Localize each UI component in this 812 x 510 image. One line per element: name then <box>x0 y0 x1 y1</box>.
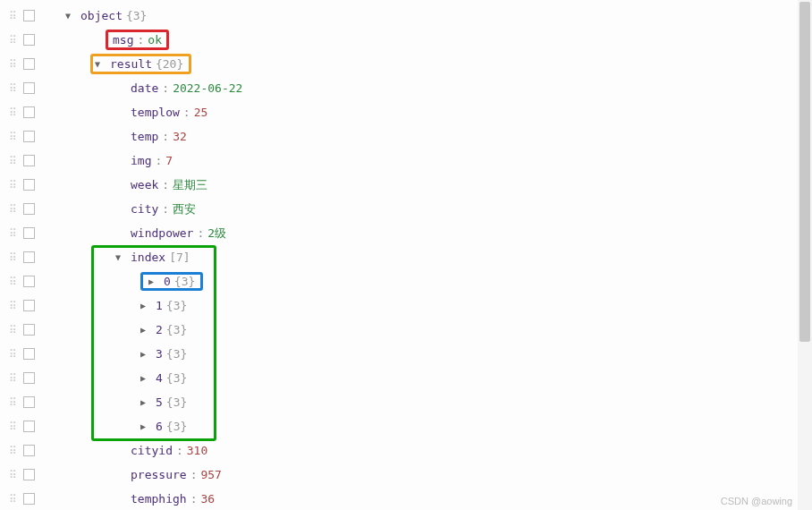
drag-handle-icon[interactable]: ⠿ <box>9 469 20 481</box>
highlight-blue: ▶ 0 {3} <box>140 272 203 291</box>
tree-row[interactable]: ⠿ ▶ templow: 25 <box>9 100 812 124</box>
tree-row[interactable]: ⠿ ▶ 1 {3} <box>9 293 812 318</box>
highlight-orange: ▼ result {20} <box>90 54 191 74</box>
drag-handle-icon[interactable]: ⠿ <box>9 445 20 457</box>
checkbox[interactable] <box>23 82 35 94</box>
drag-handle-icon[interactable]: ⠿ <box>9 348 20 361</box>
checkbox[interactable] <box>23 34 35 46</box>
tree-row-index[interactable]: ⠿ ▼ index [7] <box>9 245 812 269</box>
drag-handle-icon[interactable]: ⠿ <box>9 493 20 506</box>
tree-row[interactable]: ⠿ ▶ week: 星期三 <box>9 173 812 197</box>
scrollbar-thumb[interactable] <box>799 2 810 342</box>
drag-handle-icon[interactable]: ⠿ <box>9 82 20 95</box>
drag-handle-icon[interactable]: ⠿ <box>9 58 20 71</box>
drag-handle-icon[interactable]: ⠿ <box>9 227 20 240</box>
tree-row[interactable]: ⠿ ▶ cityid: 310 <box>9 438 812 463</box>
drag-handle-icon[interactable]: ⠿ <box>9 276 20 288</box>
expand-toggle-icon[interactable]: ▶ <box>140 373 151 383</box>
collapse-toggle-icon[interactable]: ▼ <box>95 59 106 69</box>
count-label: {3} <box>126 9 147 22</box>
key-label: object <box>80 9 123 22</box>
checkbox[interactable] <box>23 179 35 191</box>
tree-row[interactable]: ⠿ ▶ pressure: 957 <box>9 463 812 487</box>
tree-row[interactable]: ⠿ ▶ img: 7 <box>9 149 812 173</box>
checkbox[interactable] <box>23 227 35 239</box>
checkbox[interactable] <box>23 106 35 118</box>
tree-row[interactable]: ⠿ ▶ city: 西安 <box>9 197 812 221</box>
drag-handle-icon[interactable]: ⠿ <box>9 300 20 312</box>
checkbox[interactable] <box>23 396 35 408</box>
tree-row-result[interactable]: ⠿ ▼ result {20} <box>9 52 812 76</box>
checkbox[interactable] <box>23 10 35 21</box>
tree-row[interactable]: ⠿ ▶ temphigh: 36 <box>9 487 812 510</box>
tree-row[interactable]: ⠿ ▶ 4 {3} <box>9 366 812 390</box>
drag-handle-icon[interactable]: ⠿ <box>9 106 20 119</box>
checkbox[interactable] <box>23 155 35 166</box>
watermark: CSDN @aowing <box>721 496 792 506</box>
drag-handle-icon[interactable]: ⠿ <box>9 324 20 336</box>
checkbox[interactable] <box>23 445 35 456</box>
collapse-toggle-icon[interactable]: ▼ <box>115 252 126 262</box>
drag-handle-icon[interactable]: ⠿ <box>9 203 20 216</box>
drag-handle-icon[interactable]: ⠿ <box>9 396 20 409</box>
tree-row[interactable]: ⠿ ▶ 3 {3} <box>9 342 812 366</box>
key-label: result <box>110 57 152 71</box>
expand-toggle-icon[interactable]: ▶ <box>148 276 159 286</box>
expand-toggle-icon[interactable]: ▶ <box>140 397 151 407</box>
drag-handle-icon[interactable]: ⠿ <box>9 155 20 167</box>
checkbox[interactable] <box>23 421 35 432</box>
tree-row[interactable]: ⠿ ▶ 0 {3} <box>9 269 812 293</box>
checkbox[interactable] <box>23 372 35 384</box>
count-label: {20} <box>156 57 183 71</box>
tree-row[interactable]: ⠿ ▶ 5 {3} <box>9 390 812 414</box>
drag-handle-icon[interactable]: ⠿ <box>9 372 20 385</box>
checkbox[interactable] <box>23 469 35 480</box>
checkbox[interactable] <box>23 300 35 311</box>
checkbox[interactable] <box>23 58 35 70</box>
collapse-toggle-icon[interactable]: ▼ <box>65 11 76 21</box>
expand-toggle-icon[interactable]: ▶ <box>140 349 151 359</box>
drag-handle-icon[interactable]: ⠿ <box>9 179 20 191</box>
tree-row[interactable]: ⠿ ▶ date: 2022-06-22 <box>9 76 812 100</box>
json-tree: ⠿ ▼ object {3} ⠿ ▶ msg : ok ⠿ ▼ result {… <box>0 0 812 510</box>
checkbox[interactable] <box>23 131 35 142</box>
drag-handle-icon[interactable]: ⠿ <box>9 10 20 22</box>
drag-handle-icon[interactable]: ⠿ <box>9 251 20 264</box>
highlight-red: msg : ok <box>106 30 169 50</box>
tree-row-msg[interactable]: ⠿ ▶ msg : ok <box>9 28 812 52</box>
checkbox[interactable] <box>23 493 35 505</box>
checkbox[interactable] <box>23 348 35 360</box>
tree-row[interactable]: ⠿ ▶ 6 {3} <box>9 414 812 438</box>
tree-row[interactable]: ⠿ ▶ windpower: 2级 <box>9 221 812 245</box>
tree-row[interactable]: ⠿ ▶ temp: 32 <box>9 124 812 149</box>
checkbox[interactable] <box>23 251 35 263</box>
key-label: msg <box>113 33 133 47</box>
checkbox[interactable] <box>23 324 35 336</box>
drag-handle-icon[interactable]: ⠿ <box>9 34 20 47</box>
tree-row-root[interactable]: ⠿ ▼ object {3} <box>9 4 812 28</box>
scrollbar[interactable] <box>798 0 812 510</box>
expand-toggle-icon[interactable]: ▶ <box>140 301 151 310</box>
checkbox[interactable] <box>23 276 35 287</box>
tree-row[interactable]: ⠿ ▶ 2 {3} <box>9 318 812 342</box>
value-label: ok <box>148 33 162 47</box>
checkbox[interactable] <box>23 203 35 215</box>
drag-handle-icon[interactable]: ⠿ <box>9 131 20 143</box>
expand-toggle-icon[interactable]: ▶ <box>140 325 151 335</box>
expand-toggle-icon[interactable]: ▶ <box>140 421 151 431</box>
drag-handle-icon[interactable]: ⠿ <box>9 421 20 433</box>
